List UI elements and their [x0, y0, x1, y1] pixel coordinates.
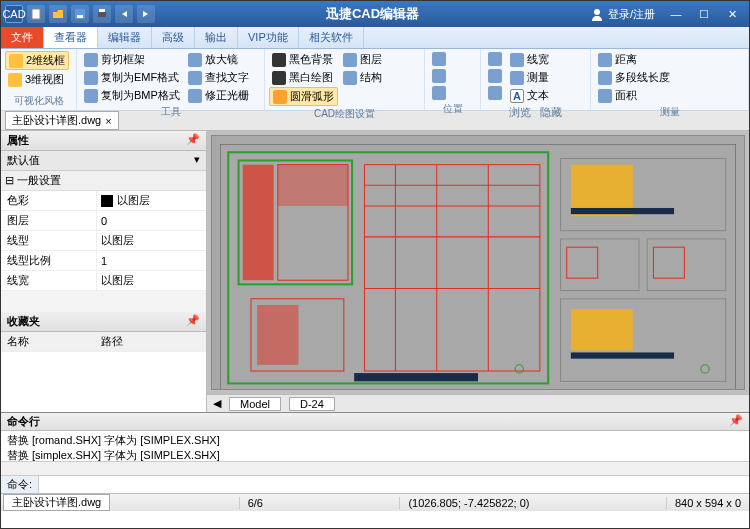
btn-revise-cloud[interactable]: 修正光栅	[185, 87, 252, 104]
command-history-line: 替换 [romand.SHX] 字体为 [SIMPLEX.SHX]	[7, 433, 743, 448]
layout-tab-prev-icon[interactable]: ◀	[213, 397, 221, 410]
panel-pin-icon[interactable]: 📌	[729, 414, 743, 429]
command-input[interactable]	[39, 476, 749, 493]
btn-find-text[interactable]: 查找文字	[185, 69, 252, 86]
command-history[interactable]: 替换 [romand.SHX] 字体为 [SIMPLEX.SHX] 替换 [si…	[1, 431, 749, 461]
minimize-button[interactable]: —	[663, 5, 689, 23]
cad-drawing	[220, 144, 736, 390]
prop-row-linetype[interactable]: 线型以图层	[1, 231, 206, 251]
btn-magnifier[interactable]: 放大镜	[185, 51, 252, 68]
color-swatch-icon	[101, 195, 113, 207]
svg-rect-25	[571, 208, 674, 214]
svg-point-5	[594, 9, 600, 15]
qat-undo-icon[interactable]	[115, 5, 133, 23]
favorites-header: 收藏夹 📌	[1, 312, 206, 332]
btn-area[interactable]: 面积	[595, 87, 673, 104]
tab-model[interactable]: Model	[229, 397, 281, 411]
btn-polyline-length[interactable]: 多段线长度	[595, 69, 673, 86]
ribbon-tabs: 文件 查看器 编辑器 高级 输出 VIP功能 相关软件	[1, 27, 749, 49]
app-logo[interactable]: CAD	[5, 5, 23, 23]
properties-header: 属性 📌	[1, 131, 206, 151]
svg-rect-3	[98, 12, 106, 17]
prop-row-lineweight[interactable]: 线宽以图层	[1, 271, 206, 291]
btn-text[interactable]: A文本	[507, 87, 552, 104]
status-coords: (1026.805; -7.425822; 0)	[399, 497, 537, 509]
svg-rect-22	[354, 373, 478, 381]
tab-editor[interactable]: 编辑器	[98, 27, 152, 48]
tab-vip[interactable]: VIP功能	[238, 27, 299, 48]
btn-measure[interactable]: 测量	[507, 69, 552, 86]
btn-structure[interactable]: 结构	[340, 69, 385, 86]
btn-pos-1[interactable]	[429, 51, 449, 67]
close-tab-icon[interactable]: ×	[105, 115, 111, 127]
properties-grid: ⊟ 一般设置 色彩 以图层 图层0 线型以图层 线型比例1 线宽以图层	[1, 171, 206, 291]
btn-3d-view[interactable]: 3维视图	[5, 71, 69, 88]
canvas-area: ◀ Model D-24	[207, 131, 749, 412]
svg-rect-32	[571, 352, 674, 358]
favorites-list[interactable]	[1, 352, 206, 412]
quick-access-toolbar: CAD	[5, 5, 155, 23]
svg-rect-12	[364, 165, 539, 371]
btn-browse-2[interactable]	[485, 68, 505, 84]
btn-browse-1[interactable]	[485, 51, 505, 67]
btn-pos-3[interactable]	[429, 85, 449, 101]
qat-open-icon[interactable]	[49, 5, 67, 23]
btn-pos-2[interactable]	[429, 68, 449, 84]
svg-point-34	[701, 365, 709, 373]
tab-viewer[interactable]: 查看器	[44, 27, 98, 48]
group-label-measure: 测量	[595, 104, 744, 119]
qat-new-icon[interactable]	[27, 5, 45, 23]
tab-related[interactable]: 相关软件	[299, 27, 364, 48]
group-label-position: 位置	[429, 101, 476, 116]
btn-black-bg[interactable]: 黑色背景	[269, 51, 338, 68]
btn-browse-3[interactable]	[485, 85, 505, 101]
btn-copy-emf[interactable]: 复制为EMF格式	[81, 69, 183, 86]
qat-print-icon[interactable]	[93, 5, 111, 23]
command-input-row: 命令:	[1, 475, 749, 493]
status-file-tab[interactable]: 主卧设计详图.dwg	[3, 494, 110, 511]
prop-section-general[interactable]: ⊟ 一般设置	[1, 171, 206, 191]
btn-copy-bmp[interactable]: 复制为BMP格式	[81, 87, 183, 104]
qat-save-icon[interactable]	[71, 5, 89, 23]
document-tab[interactable]: 主卧设计详图.dwg ×	[5, 111, 119, 130]
qat-redo-icon[interactable]	[137, 5, 155, 23]
tab-file[interactable]: 文件	[1, 27, 44, 48]
btn-distance[interactable]: 距离	[595, 51, 673, 68]
account-area[interactable]: 登录/注册	[590, 7, 655, 22]
close-button[interactable]: ✕	[719, 5, 745, 23]
status-dims: 840 x 594 x 0	[666, 497, 749, 509]
drawing-viewport[interactable]	[211, 135, 745, 390]
command-panel: 命令行 📌 替换 [romand.SHX] 字体为 [SIMPLEX.SHX] …	[1, 412, 749, 493]
maximize-button[interactable]: ☐	[691, 5, 717, 23]
document-tab-label: 主卧设计详图.dwg	[12, 113, 101, 128]
tab-output[interactable]: 输出	[195, 27, 238, 48]
panel-pin-icon[interactable]: 📌	[186, 314, 200, 329]
svg-rect-11	[278, 165, 348, 206]
svg-rect-21	[257, 305, 298, 365]
properties-default-row: 默认值 ▾	[1, 151, 206, 171]
btn-2d-wireframe[interactable]: 2维线框	[5, 51, 69, 70]
svg-point-33	[515, 365, 523, 373]
prop-row-color[interactable]: 色彩 以图层	[1, 191, 206, 211]
svg-rect-2	[77, 15, 83, 18]
btn-cut-frame[interactable]: 剪切框架	[81, 51, 183, 68]
title-bar: CAD 迅捷CAD编辑器 登录/注册 — ☐ ✕	[1, 1, 749, 27]
tab-layout[interactable]: D-24	[289, 397, 335, 411]
btn-lineweight[interactable]: 线宽	[507, 51, 552, 68]
left-panel: 属性 📌 默认值 ▾ ⊟ 一般设置 色彩 以图层 图层0 线型以图层 线型比例1…	[1, 131, 207, 412]
user-icon	[590, 7, 604, 21]
svg-rect-26	[561, 239, 639, 291]
layout-tabs: ◀ Model D-24	[207, 394, 749, 412]
btn-bw-draw[interactable]: 黑白绘图	[269, 69, 338, 86]
btn-layer[interactable]: 图层	[340, 51, 385, 68]
btn-smooth-arc[interactable]: 圆滑弧形	[269, 87, 338, 106]
tab-advanced[interactable]: 高级	[152, 27, 195, 48]
svg-rect-27	[567, 247, 598, 278]
chevron-down-icon[interactable]: ▾	[194, 153, 200, 168]
prop-row-layer[interactable]: 图层0	[1, 211, 206, 231]
panel-pin-icon[interactable]: 📌	[186, 133, 200, 148]
group-label-cad-settings: CAD绘图设置	[269, 106, 420, 121]
svg-rect-4	[99, 9, 105, 12]
prop-row-ltscale[interactable]: 线型比例1	[1, 251, 206, 271]
svg-rect-29	[653, 247, 684, 278]
